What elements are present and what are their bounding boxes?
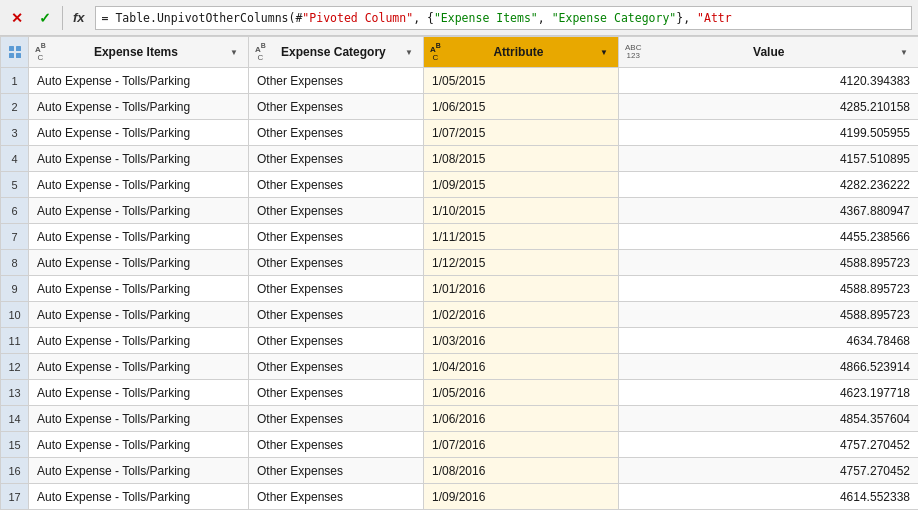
cell-attribute: 1/11/2015	[424, 224, 619, 250]
table-row: 9Auto Expense - Tolls/ParkingOther Expen…	[1, 276, 919, 302]
row-number: 16	[1, 458, 29, 484]
cell-value: 4866.523914	[619, 354, 919, 380]
cell-expense-category: Other Expenses	[249, 146, 424, 172]
cell-attribute: 1/08/2015	[424, 146, 619, 172]
rownum-header	[1, 37, 29, 68]
cell-expense-items: Auto Expense - Tolls/Parking	[29, 198, 249, 224]
cell-expense-items: Auto Expense - Tolls/Parking	[29, 120, 249, 146]
table-row: 11Auto Expense - Tolls/ParkingOther Expe…	[1, 328, 919, 354]
divider	[62, 6, 63, 30]
col-header-expense-items[interactable]: AB C Expense Items ▼	[29, 37, 249, 68]
cell-attribute: 1/04/2016	[424, 354, 619, 380]
fx-label: fx	[69, 10, 89, 25]
row-number: 6	[1, 198, 29, 224]
row-number: 15	[1, 432, 29, 458]
cell-expense-items: Auto Expense - Tolls/Parking	[29, 484, 249, 510]
cell-expense-items: Auto Expense - Tolls/Parking	[29, 146, 249, 172]
cell-expense-category: Other Expenses	[249, 172, 424, 198]
type-icon-expense-items: AB C	[35, 42, 46, 62]
table-row: 15Auto Expense - Tolls/ParkingOther Expe…	[1, 432, 919, 458]
type-icon-value: ABC 123	[625, 44, 641, 60]
col-dropdown-value[interactable]: ▼	[896, 44, 912, 60]
col-header-expense-category[interactable]: AB C Expense Category ▼	[249, 37, 424, 68]
cell-expense-category: Other Expenses	[249, 198, 424, 224]
table-row: 5Auto Expense - Tolls/ParkingOther Expen…	[1, 172, 919, 198]
table-row: 14Auto Expense - Tolls/ParkingOther Expe…	[1, 406, 919, 432]
row-number: 10	[1, 302, 29, 328]
cell-attribute: 1/05/2016	[424, 380, 619, 406]
cell-value: 4757.270452	[619, 458, 919, 484]
cell-expense-category: Other Expenses	[249, 276, 424, 302]
col-dropdown-expense-items[interactable]: ▼	[226, 44, 242, 60]
cell-expense-category: Other Expenses	[249, 68, 424, 94]
svg-rect-3	[16, 53, 21, 58]
cell-value: 4757.270452	[619, 432, 919, 458]
row-number: 8	[1, 250, 29, 276]
table-row: 3Auto Expense - Tolls/ParkingOther Expen…	[1, 120, 919, 146]
data-table-container: AB C Expense Items ▼ AB C Expense Catego…	[0, 36, 918, 526]
cell-expense-items: Auto Expense - Tolls/Parking	[29, 302, 249, 328]
cell-attribute: 1/01/2016	[424, 276, 619, 302]
type-icon-attribute: AB C	[430, 42, 441, 62]
svg-rect-2	[9, 53, 14, 58]
cell-expense-items: Auto Expense - Tolls/Parking	[29, 432, 249, 458]
row-number: 1	[1, 68, 29, 94]
cell-expense-category: Other Expenses	[249, 224, 424, 250]
cell-expense-items: Auto Expense - Tolls/Parking	[29, 406, 249, 432]
cell-attribute: 1/07/2015	[424, 120, 619, 146]
col-header-value[interactable]: ABC 123 Value ▼	[619, 37, 919, 68]
cell-expense-category: Other Expenses	[249, 328, 424, 354]
table-row: 6Auto Expense - Tolls/ParkingOther Expen…	[1, 198, 919, 224]
row-number: 12	[1, 354, 29, 380]
cell-expense-items: Auto Expense - Tolls/Parking	[29, 354, 249, 380]
cell-expense-category: Other Expenses	[249, 484, 424, 510]
cell-expense-items: Auto Expense - Tolls/Parking	[29, 458, 249, 484]
table-row: 10Auto Expense - Tolls/ParkingOther Expe…	[1, 302, 919, 328]
cell-expense-category: Other Expenses	[249, 250, 424, 276]
confirm-icon[interactable]: ✓	[34, 7, 56, 29]
table-row: 12Auto Expense - Tolls/ParkingOther Expe…	[1, 354, 919, 380]
col-label-value: Value	[645, 45, 892, 59]
cell-expense-items: Auto Expense - Tolls/Parking	[29, 380, 249, 406]
cancel-icon[interactable]: ✕	[6, 7, 28, 29]
col-dropdown-expense-category[interactable]: ▼	[401, 44, 417, 60]
row-number: 3	[1, 120, 29, 146]
row-number: 7	[1, 224, 29, 250]
cell-attribute: 1/03/2016	[424, 328, 619, 354]
cell-expense-category: Other Expenses	[249, 458, 424, 484]
row-number: 13	[1, 380, 29, 406]
cell-expense-items: Auto Expense - Tolls/Parking	[29, 94, 249, 120]
cell-expense-category: Other Expenses	[249, 432, 424, 458]
cell-attribute: 1/08/2016	[424, 458, 619, 484]
cell-attribute: 1/06/2015	[424, 94, 619, 120]
formula-text-content: = Table.UnpivotOtherColumns(#"Pivoted Co…	[102, 11, 732, 25]
cell-value: 4282.236222	[619, 172, 919, 198]
col-dropdown-attribute[interactable]: ▼	[596, 44, 612, 60]
table-row: 2Auto Expense - Tolls/ParkingOther Expen…	[1, 94, 919, 120]
table-row: 1Auto Expense - Tolls/ParkingOther Expen…	[1, 68, 919, 94]
cell-attribute: 1/06/2016	[424, 406, 619, 432]
table-row: 16Auto Expense - Tolls/ParkingOther Expe…	[1, 458, 919, 484]
col-header-attribute[interactable]: AB C Attribute ▼	[424, 37, 619, 68]
cell-value: 4634.78468	[619, 328, 919, 354]
cell-value: 4199.505955	[619, 120, 919, 146]
row-number: 4	[1, 146, 29, 172]
row-number: 9	[1, 276, 29, 302]
cell-value: 4367.880947	[619, 198, 919, 224]
cell-attribute: 1/12/2015	[424, 250, 619, 276]
row-number: 2	[1, 94, 29, 120]
row-number: 5	[1, 172, 29, 198]
row-number: 17	[1, 484, 29, 510]
cell-expense-category: Other Expenses	[249, 302, 424, 328]
table-row: 4Auto Expense - Tolls/ParkingOther Expen…	[1, 146, 919, 172]
data-table: AB C Expense Items ▼ AB C Expense Catego…	[0, 36, 918, 510]
formula-bar: ✕ ✓ fx = Table.UnpivotOtherColumns(#"Piv…	[0, 0, 918, 36]
table-row: 17Auto Expense - Tolls/ParkingOther Expe…	[1, 484, 919, 510]
cell-value: 4623.197718	[619, 380, 919, 406]
formula-input[interactable]: = Table.UnpivotOtherColumns(#"Pivoted Co…	[95, 6, 912, 30]
cell-expense-items: Auto Expense - Tolls/Parking	[29, 224, 249, 250]
type-icon-expense-category: AB C	[255, 42, 266, 62]
cell-attribute: 1/09/2016	[424, 484, 619, 510]
row-number: 11	[1, 328, 29, 354]
cell-expense-items: Auto Expense - Tolls/Parking	[29, 172, 249, 198]
